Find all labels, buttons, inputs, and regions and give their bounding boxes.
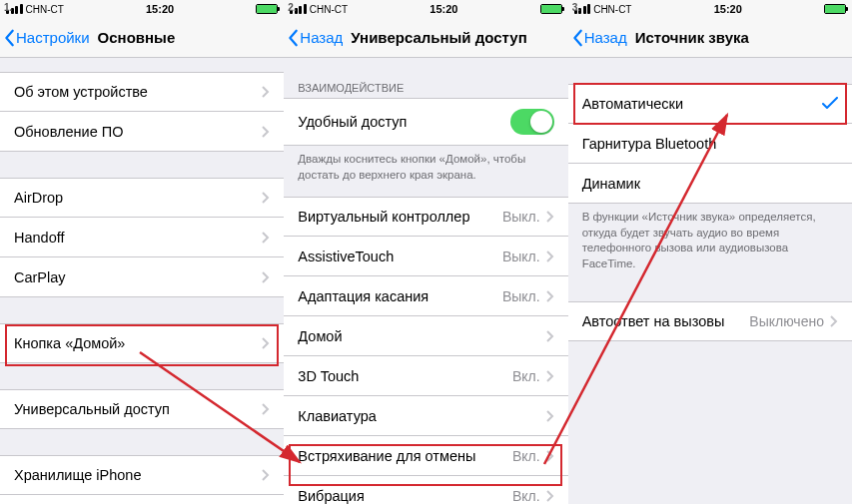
chevron-right-icon: [546, 211, 554, 223]
status-bar: CHN-CT 15:20: [284, 0, 567, 18]
cell-shake-undo[interactable]: Встряхивание для отмены Вкл.: [284, 436, 567, 476]
step-number: 2.: [288, 2, 296, 13]
battery-icon: [256, 4, 278, 14]
chevron-right-icon: [262, 126, 270, 138]
battery-icon: [540, 4, 562, 14]
cell-accessibility[interactable]: Универсальный доступ: [0, 389, 284, 429]
cell-background-refresh[interactable]: Обновление контента: [0, 495, 284, 504]
audio-source-footer: В функции «Источник звука» определяется,…: [568, 204, 852, 275]
cell-bluetooth-headset[interactable]: Гарнитура Bluetooth: [568, 124, 852, 164]
back-button[interactable]: Назад: [284, 29, 343, 47]
back-label: Назад: [300, 29, 343, 46]
chevron-right-icon: [546, 290, 554, 302]
cell-touch-accommodations[interactable]: Адаптация касания Выкл.: [284, 276, 567, 316]
chevron-right-icon: [262, 403, 270, 415]
screen-accessibility: 2. CHN-CT 15:20 Назад Универсальный дост…: [284, 0, 567, 504]
back-label: Назад: [584, 29, 627, 46]
nav-bar: Назад Универсальный доступ: [284, 18, 567, 58]
status-bar: CHN-CT 15:20: [568, 0, 852, 18]
chevron-right-icon: [546, 450, 554, 462]
step-number: 1.: [4, 2, 12, 13]
chevron-right-icon: [546, 330, 554, 342]
chevron-right-icon: [262, 337, 270, 349]
group-header-interaction: ВЗАИМОДЕЙСТВИЕ: [284, 76, 567, 98]
toggle-reachability[interactable]: [510, 109, 554, 135]
cell-switch-control[interactable]: Виртуальный контроллер Выкл.: [284, 197, 567, 237]
cell-assistive-touch[interactable]: AssistiveTouch Выкл.: [284, 237, 567, 276]
nav-title: Основные: [98, 29, 176, 46]
chevron-left-icon: [288, 29, 300, 47]
nav-title: Источник звука: [635, 29, 749, 46]
back-button[interactable]: Назад: [568, 29, 627, 47]
status-bar: CHN-CT 15:20: [0, 0, 284, 18]
cell-auto-answer[interactable]: Автоответ на вызовы Выключено: [568, 301, 852, 341]
reachability-footer: Дважды коснитесь кнопки «Домой», чтобы д…: [284, 146, 567, 187]
chevron-right-icon: [262, 192, 270, 204]
chevron-right-icon: [262, 469, 270, 481]
cell-keyboard[interactable]: Клавиатура: [284, 396, 567, 436]
chevron-right-icon: [546, 410, 554, 422]
cell-3d-touch[interactable]: 3D Touch Вкл.: [284, 356, 567, 396]
chevron-right-icon: [546, 490, 554, 502]
cell-iphone-storage[interactable]: Хранилище iPhone: [0, 455, 284, 495]
cell-vibration[interactable]: Вибрация Вкл.: [284, 476, 567, 504]
cell-about[interactable]: Об этом устройстве: [0, 72, 284, 112]
chevron-right-icon: [546, 251, 554, 262]
cell-home[interactable]: Домой: [284, 316, 567, 356]
chevron-right-icon: [262, 271, 270, 283]
chevron-right-icon: [262, 232, 270, 244]
screen-audio-source: 3. CHN-CT 15:20 Назад Источник звука Авт…: [568, 0, 852, 504]
carrier-label: CHN-CT: [26, 4, 64, 15]
chevron-right-icon: [262, 86, 270, 98]
step-number: 3.: [572, 2, 580, 13]
back-label: Настройки: [16, 29, 90, 46]
nav-title: Универсальный доступ: [351, 29, 526, 46]
chevron-left-icon: [4, 29, 16, 47]
cell-speaker[interactable]: Динамик: [568, 164, 852, 204]
carrier-label: CHN-CT: [310, 4, 348, 15]
cell-carplay[interactable]: CarPlay: [0, 257, 284, 297]
cell-reachability[interactable]: Удобный доступ: [284, 98, 567, 146]
cell-software-update[interactable]: Обновление ПО: [0, 112, 284, 152]
clock: 15:20: [429, 3, 457, 15]
cell-airdrop[interactable]: AirDrop: [0, 178, 284, 218]
carrier-label: CHN-CT: [593, 4, 631, 15]
back-button[interactable]: Настройки: [0, 29, 90, 47]
chevron-right-icon: [546, 370, 554, 382]
battery-icon: [824, 4, 846, 14]
cell-handoff[interactable]: Handoff: [0, 218, 284, 257]
clock: 15:20: [714, 3, 742, 15]
nav-bar: Настройки Основные: [0, 18, 284, 58]
nav-bar: Назад Источник звука: [568, 18, 852, 58]
screen-general: 1. CHN-CT 15:20 Настройки Основные Об эт…: [0, 0, 284, 504]
cell-automatic[interactable]: Автоматически: [568, 84, 852, 124]
clock: 15:20: [146, 3, 174, 15]
checkmark-icon: [822, 97, 838, 111]
chevron-right-icon: [830, 315, 838, 327]
chevron-left-icon: [572, 29, 584, 47]
cell-home-button[interactable]: Кнопка «Домой»: [0, 323, 284, 363]
